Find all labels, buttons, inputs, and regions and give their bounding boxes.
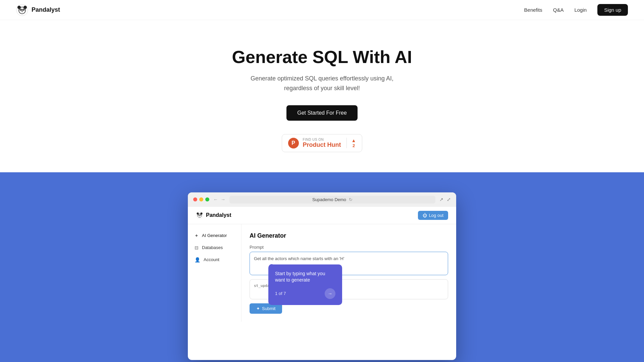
browser-nav-buttons: ← → <box>213 197 225 202</box>
prompt-text: Get all the actors which name starts wit… <box>254 256 344 261</box>
product-hunt-icon: P <box>288 138 299 148</box>
app-title: Pandalyst <box>206 212 231 218</box>
forward-icon[interactable]: → <box>221 197 225 202</box>
back-icon[interactable]: ← <box>213 197 218 202</box>
browser-traffic-lights <box>193 197 209 201</box>
cta-button[interactable]: Get Started For Free <box>286 105 358 121</box>
tooltip-text: Start by typing what you want to generat… <box>275 270 335 284</box>
browser-window: ← → Supademo Demo ↻ ↗ ⤢ <box>188 192 456 360</box>
product-hunt-badge[interactable]: P FIND US ON Product Hunt ▲ 2 <box>282 134 363 152</box>
svg-point-14 <box>200 213 202 215</box>
svg-point-21 <box>199 216 200 216</box>
demo-section: ← → Supademo Demo ↻ ↗ ⤢ <box>0 172 644 362</box>
logo[interactable]: Pandalyst <box>16 4 60 16</box>
svg-point-2 <box>17 6 21 9</box>
account-icon: 👤 <box>195 257 200 262</box>
databases-icon: ⊟ <box>195 245 199 250</box>
nav-login[interactable]: Login <box>574 7 587 13</box>
expand-icon[interactable]: ⤢ <box>447 197 451 202</box>
refresh-icon[interactable]: ↻ <box>349 197 353 202</box>
hero-title: Generate SQL With AI <box>232 47 412 67</box>
sidebar-item-databases[interactable]: ⊟ Databases <box>188 242 241 254</box>
logout-button[interactable]: ⏻ Log out <box>418 211 448 220</box>
product-hunt-votes: ▲ 2 <box>346 138 356 148</box>
prompt-label: Prompt <box>250 245 448 250</box>
svg-point-3 <box>23 6 27 9</box>
header: Pandalyst Benefits Q&A Login Sign up <box>0 0 644 20</box>
app-header: Pandalyst ⏻ Log out <box>188 207 456 224</box>
ai-generator-icon: ✦ <box>195 233 199 238</box>
section-title: AI Generator <box>250 232 448 239</box>
svg-point-13 <box>197 213 199 215</box>
hero-subtitle: Generate optimized SQL queries effortles… <box>251 74 393 93</box>
power-icon: ⏻ <box>423 213 427 218</box>
sidebar-item-account[interactable]: 👤 Account <box>188 254 241 266</box>
tooltip-overlay: Start by typing what you want to generat… <box>268 264 342 305</box>
svg-point-19 <box>199 215 199 215</box>
signup-button[interactable]: Sign up <box>597 4 628 16</box>
hero-section: Generate SQL With AI Generate optimized … <box>0 20 644 172</box>
external-link-icon[interactable]: ↗ <box>439 197 443 202</box>
svg-point-9 <box>23 9 24 10</box>
app-panda-icon <box>196 212 203 219</box>
product-hunt-text: FIND US ON Product Hunt <box>303 138 341 148</box>
tooltip-step: 1 of 7 <box>275 291 286 296</box>
fullscreen-dot[interactable] <box>205 197 209 201</box>
close-dot[interactable] <box>193 197 197 201</box>
browser-action-buttons: ↗ ⤢ <box>439 197 451 202</box>
nav-qa[interactable]: Q&A <box>553 7 564 13</box>
tooltip-footer: 1 of 7 → <box>275 288 335 299</box>
nav-benefits[interactable]: Benefits <box>524 7 542 13</box>
browser-bar: ← → Supademo Demo ↻ ↗ ⤢ <box>188 192 456 207</box>
browser-url-bar[interactable]: Supademo Demo ↻ <box>229 196 435 203</box>
svg-point-8 <box>20 9 21 10</box>
app-body: ✦ AI Generator ⊟ Databases 👤 Account AI … <box>188 224 456 322</box>
app-main: AI Generator Prompt Get all the actors w… <box>241 224 456 322</box>
svg-point-20 <box>200 215 201 215</box>
tooltip-next-button[interactable]: → <box>325 288 335 299</box>
panda-logo-icon <box>16 4 28 16</box>
sidebar-item-ai-generator[interactable]: ✦ AI Generator <box>188 230 241 242</box>
sparkle-icon: ✦ <box>256 306 260 311</box>
minimize-dot[interactable] <box>199 197 203 201</box>
header-nav: Benefits Q&A Login Sign up <box>524 4 628 16</box>
svg-point-10 <box>21 10 23 11</box>
app-logo: Pandalyst <box>196 212 231 219</box>
app-sidebar: ✦ AI Generator ⊟ Databases 👤 Account <box>188 224 241 322</box>
logo-text: Pandalyst <box>32 6 60 13</box>
